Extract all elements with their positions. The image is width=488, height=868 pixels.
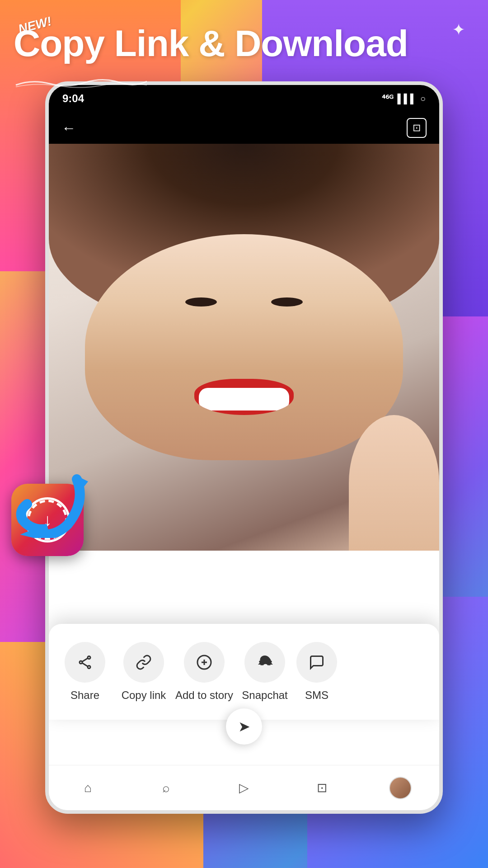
nav-shop[interactable]: ⊡ [311,777,333,799]
bottom-nav: ⌂ ⌕ ▷ ⊡ [49,765,439,810]
mouth [194,379,294,433]
nav-reels[interactable]: ▷ [233,777,255,799]
copy-link-icon [123,642,164,683]
svg-point-2 [88,656,90,659]
eyes [49,297,439,307]
nav-bar: ← ⊡ [49,112,439,144]
share-icon [65,642,105,683]
share-option-add-to-story[interactable]: Add to story [175,642,233,702]
camera-button[interactable]: ⊡ [407,118,427,138]
share-option-share[interactable]: Share [58,642,112,702]
snapchat-icon [244,642,285,683]
nav-home[interactable]: ⌂ [76,777,99,799]
heading-text: Copy Link & Download [14,25,474,62]
signal-4g-icon: ⁴⁶ᴳ [382,93,394,104]
share-options-row: Share Copy link [58,637,430,706]
photo-area [49,144,439,551]
status-time: 9:04 [62,92,84,105]
phone-mockup: 9:04 ⁴⁶ᴳ ▌▌▌ ○ ← ⊡ [45,81,443,814]
svg-line-6 [82,663,88,667]
send-arrow-icon: ➤ [238,718,250,735]
main-heading: Copy Link & Download [14,25,474,62]
svg-point-4 [88,666,90,669]
teeth [199,388,289,410]
share-option-copy-link[interactable]: Copy link [117,642,171,702]
copy-link-label: Copy link [122,689,166,702]
snapchat-label: Snapchat [242,689,287,702]
lips [194,379,294,415]
battery-icon: ○ [420,94,426,104]
signal-bars-icon: ▌▌▌ [397,94,417,104]
status-icons: ⁴⁶ᴳ ▌▌▌ ○ [382,93,426,104]
svg-line-5 [82,658,88,662]
right-eye [271,297,303,307]
nav-search[interactable]: ⌕ [155,777,177,799]
status-bar: 9:04 ⁴⁶ᴳ ▌▌▌ ○ [49,85,439,112]
sms-label: SMS [305,689,328,702]
sms-icon [296,642,337,683]
add-to-story-label: Add to story [175,689,233,702]
share-sheet: Share Copy link [49,624,439,720]
left-eye [185,297,217,307]
share-option-sms[interactable]: SMS [296,642,337,702]
hand [349,415,439,551]
arrow-pointer [9,466,90,540]
share-option-snapchat[interactable]: Snapchat [238,642,292,702]
svg-point-3 [80,661,82,664]
photo-image [49,144,439,551]
underline-decoration [14,77,149,88]
nav-profile[interactable] [389,777,412,799]
add-to-story-icon [184,642,225,683]
share-label: Share [70,689,99,702]
back-button[interactable]: ← [61,120,76,137]
